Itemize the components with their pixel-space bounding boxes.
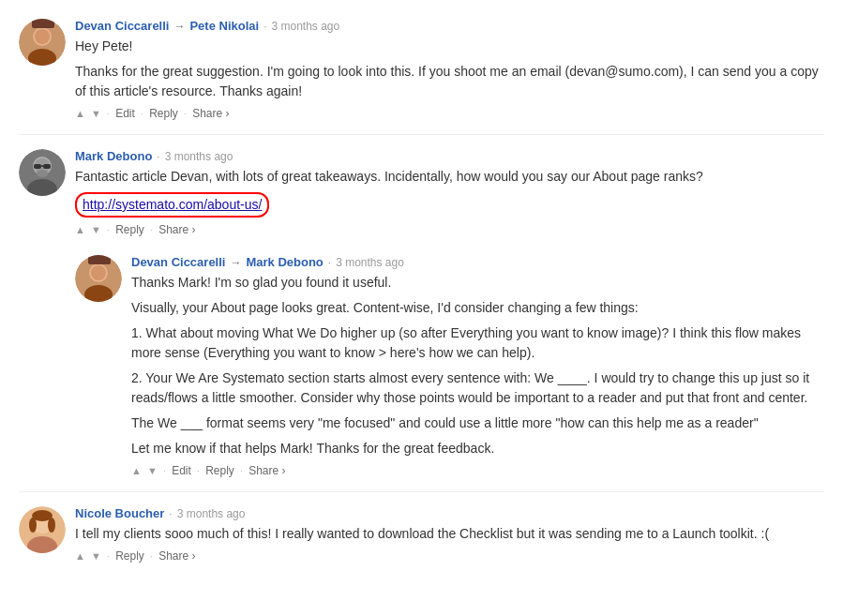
vote-up-button[interactable]: ▲ — [75, 108, 85, 119]
comment-header: Devan Ciccarelli → Pete Nikolai · 3 mont… — [75, 19, 824, 33]
vote-down-button[interactable]: ▼ — [91, 108, 101, 119]
comment-text: I tell my clients sooo much of this! I r… — [75, 524, 824, 544]
separator: · — [141, 107, 143, 120]
comment-actions: ▲ ▼ · Edit · Reply · Share › — [75, 107, 824, 120]
svg-point-3 — [35, 29, 50, 44]
author-name: Mark Debono — [75, 149, 152, 163]
reply-to-name: Pete Nikolai — [189, 19, 259, 33]
vote-up-button[interactable]: ▲ — [131, 465, 142, 476]
svg-point-24 — [48, 518, 55, 533]
svg-point-16 — [91, 265, 106, 280]
vote-down-button[interactable]: ▼ — [91, 224, 101, 235]
separator: · — [197, 464, 200, 477]
reply-button[interactable]: Reply — [205, 464, 234, 477]
comment-text: Thanks Mark! I'm so glad you found it us… — [131, 273, 824, 458]
comment-item: Devan Ciccarelli → Mark Debono · 3 month… — [75, 246, 824, 487]
svg-point-23 — [29, 518, 37, 533]
reply-to-name: Mark Debono — [246, 255, 323, 269]
edit-button[interactable]: Edit — [172, 464, 191, 477]
comment-paragraph: I tell my clients sooo much of this! I r… — [75, 524, 824, 544]
comment-paragraph: Hey Pete! — [75, 37, 824, 56]
comment-timestamp: 3 months ago — [272, 20, 340, 33]
separator: · — [150, 549, 153, 563]
comment-content: Devan Ciccarelli → Mark Debono · 3 month… — [131, 255, 824, 477]
author-name: Devan Ciccarelli — [75, 19, 169, 33]
share-button[interactable]: Share › — [192, 107, 229, 120]
separator: · — [107, 223, 110, 236]
comment-paragraph: 1. What about moving What We Do higher u… — [131, 323, 824, 363]
comment-header: Nicole Boucher · 3 months ago — [75, 506, 824, 520]
avatar — [19, 506, 66, 553]
reply-button[interactable]: Reply — [115, 549, 144, 563]
vote-down-button[interactable]: ▼ — [147, 465, 158, 476]
comment-header: Devan Ciccarelli → Mark Debono · 3 month… — [131, 255, 824, 269]
comment-separator — [19, 134, 824, 135]
reply-arrow-icon: → — [230, 256, 241, 269]
comment-text: Fantastic article Devan, with lots of gr… — [75, 167, 824, 218]
comment-paragraph: Fantastic article Devan, with lots of gr… — [75, 167, 824, 187]
comment-content: Nicole Boucher · 3 months ago I tell my … — [75, 506, 824, 563]
comment-header: Mark Debono · 3 months ago — [75, 149, 824, 163]
comment-timestamp: 3 months ago — [336, 256, 404, 269]
separator: · — [107, 549, 110, 563]
comment-paragraph: Thanks for the great suggestion. I'm goi… — [75, 62, 824, 101]
comment-paragraph: Let me know if that helps Mark! Thanks f… — [131, 439, 824, 458]
comment-timestamp: · — [328, 256, 331, 269]
comment-timestamp: 3 months ago — [177, 507, 246, 520]
comment-paragraph: http://systemato.com/about-us/ — [75, 192, 824, 218]
reply-button[interactable]: Reply — [149, 107, 178, 120]
svg-rect-9 — [34, 164, 41, 169]
comment-timestamp: · — [263, 20, 266, 33]
author-name: Nicole Boucher — [75, 506, 164, 520]
comment-paragraph: 2. Your We Are Systemato section starts … — [131, 368, 824, 408]
comment-timestamp: 3 months ago — [165, 150, 233, 163]
comment-paragraph: Visually, your About page looks great. C… — [131, 298, 824, 318]
comment-paragraph: The We ___ format seems very "me focused… — [131, 413, 824, 433]
comment-separator — [19, 491, 824, 492]
svg-rect-17 — [88, 255, 111, 264]
separator: · — [107, 107, 110, 120]
vote-up-button[interactable]: ▲ — [75, 550, 85, 562]
separator: · — [163, 464, 166, 477]
reply-arrow-icon: → — [173, 20, 185, 33]
comment-item: Mark Debono · 3 months ago Fantastic art… — [19, 140, 824, 246]
comment-actions: ▲ ▼ · Edit · Reply · Share › — [131, 464, 824, 477]
separator: · — [150, 223, 153, 236]
share-button[interactable]: Share › — [248, 464, 285, 477]
comment-actions: ▲ ▼ · Reply · Share › — [75, 549, 824, 563]
avatar — [19, 19, 66, 66]
separator: · — [184, 107, 187, 120]
comment-thread: Devan Ciccarelli → Pete Nikolai · 3 mont… — [19, 9, 824, 572]
comment-paragraph: Thanks Mark! I'm so glad you found it us… — [131, 273, 824, 293]
vote-up-button[interactable]: ▲ — [75, 224, 85, 235]
comment-text: Hey Pete! Thanks for the great suggestio… — [75, 37, 824, 101]
comment-timestamp: · — [157, 150, 159, 163]
share-button[interactable]: Share › — [158, 549, 195, 563]
vote-down-button[interactable]: ▼ — [91, 550, 101, 562]
comment-content: Devan Ciccarelli → Pete Nikolai · 3 mont… — [75, 19, 824, 120]
comment-item: Devan Ciccarelli → Pete Nikolai · 3 mont… — [19, 9, 824, 129]
edit-button[interactable]: Edit — [115, 107, 135, 120]
reply-button[interactable]: Reply — [115, 223, 144, 236]
avatar — [19, 149, 66, 196]
comment-actions: ▲ ▼ · Reply · Share › — [75, 223, 824, 236]
avatar — [75, 255, 122, 302]
comment-content: Mark Debono · 3 months ago Fantastic art… — [75, 149, 824, 236]
svg-rect-10 — [43, 164, 51, 169]
comment-timestamp: · — [169, 507, 172, 520]
share-button[interactable]: Share › — [158, 223, 195, 236]
author-name: Devan Ciccarelli — [131, 255, 225, 269]
svg-point-12 — [37, 170, 48, 177]
separator: · — [240, 464, 243, 477]
comment-link[interactable]: http://systemato.com/about-us/ — [75, 192, 269, 218]
comment-item: Nicole Boucher · 3 months ago I tell my … — [19, 497, 824, 572]
svg-rect-4 — [32, 19, 54, 28]
